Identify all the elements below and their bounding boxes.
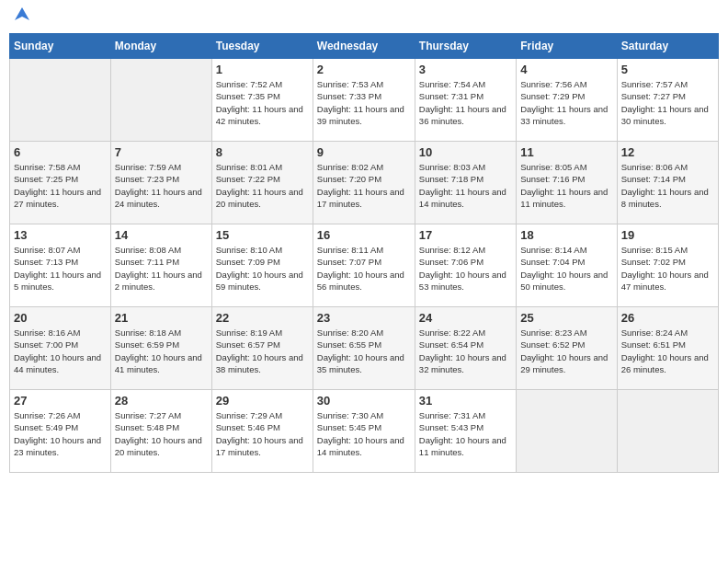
day-number: 16: [317, 228, 411, 242]
weekday-header-sunday: Sunday: [10, 34, 111, 59]
calendar-cell: 29Sunrise: 7:29 AMSunset: 5:46 PMDayligh…: [211, 390, 313, 473]
day-info: Sunrise: 7:52 AMSunset: 7:35 PMDaylight:…: [216, 78, 309, 127]
calendar-cell: 5Sunrise: 7:57 AMSunset: 7:27 PMDaylight…: [617, 59, 718, 142]
day-number: 15: [216, 228, 309, 242]
calendar-cell: 23Sunrise: 8:20 AMSunset: 6:55 PMDayligh…: [313, 307, 415, 390]
day-number: 31: [419, 394, 512, 408]
day-info: Sunrise: 7:54 AMSunset: 7:31 PMDaylight:…: [419, 78, 512, 127]
day-info: Sunrise: 7:53 AMSunset: 7:33 PMDaylight:…: [317, 78, 411, 127]
day-number: 28: [115, 394, 208, 408]
calendar-cell: 30Sunrise: 7:30 AMSunset: 5:45 PMDayligh…: [313, 390, 415, 473]
calendar-cell: 9Sunrise: 8:02 AMSunset: 7:20 PMDaylight…: [313, 142, 415, 224]
calendar-cell: 10Sunrise: 8:03 AMSunset: 7:18 PMDayligh…: [415, 142, 516, 224]
day-number: 12: [621, 145, 714, 159]
calendar-cell: 18Sunrise: 8:14 AMSunset: 7:04 PMDayligh…: [517, 224, 617, 307]
day-info: Sunrise: 7:56 AMSunset: 7:29 PMDaylight:…: [520, 78, 612, 127]
day-number: 9: [317, 145, 411, 159]
day-info: Sunrise: 7:57 AMSunset: 7:27 PMDaylight:…: [621, 78, 714, 127]
day-number: 7: [115, 145, 208, 159]
weekday-header-thursday: Thursday: [415, 34, 516, 59]
day-number: 21: [115, 311, 208, 325]
day-number: 8: [216, 145, 309, 159]
calendar-table: SundayMondayTuesdayWednesdayThursdayFrid…: [9, 33, 719, 473]
calendar-cell: [10, 59, 111, 142]
day-info: Sunrise: 8:08 AMSunset: 7:11 PMDaylight:…: [115, 244, 208, 293]
day-number: 1: [216, 63, 309, 76]
weekday-header-wednesday: Wednesday: [313, 34, 415, 59]
calendar-cell: 13Sunrise: 8:07 AMSunset: 7:13 PMDayligh…: [10, 224, 111, 307]
day-number: 4: [520, 63, 612, 76]
day-info: Sunrise: 8:02 AMSunset: 7:20 PMDaylight:…: [317, 161, 411, 210]
calendar-cell: 31Sunrise: 7:31 AMSunset: 5:43 PMDayligh…: [415, 390, 516, 473]
calendar-cell: 1Sunrise: 7:52 AMSunset: 7:35 PMDaylight…: [211, 59, 313, 142]
day-number: 3: [419, 63, 512, 76]
day-number: 20: [14, 311, 107, 325]
weekday-header-row: SundayMondayTuesdayWednesdayThursdayFrid…: [10, 34, 719, 59]
calendar-cell: 24Sunrise: 8:22 AMSunset: 6:54 PMDayligh…: [415, 307, 516, 390]
calendar-cell: 17Sunrise: 8:12 AMSunset: 7:06 PMDayligh…: [415, 224, 516, 307]
day-info: Sunrise: 8:16 AMSunset: 7:00 PMDaylight:…: [14, 327, 107, 375]
day-info: Sunrise: 8:14 AMSunset: 7:04 PMDaylight:…: [520, 244, 612, 293]
calendar-cell: 3Sunrise: 7:54 AMSunset: 7:31 PMDaylight…: [415, 59, 516, 142]
day-info: Sunrise: 8:12 AMSunset: 7:06 PMDaylight:…: [419, 244, 512, 293]
day-info: Sunrise: 8:01 AMSunset: 7:22 PMDaylight:…: [216, 161, 309, 210]
day-number: 25: [520, 311, 612, 325]
day-number: 23: [317, 311, 411, 325]
calendar-cell: 7Sunrise: 7:59 AMSunset: 7:23 PMDaylight…: [110, 142, 211, 224]
day-number: 27: [14, 394, 107, 408]
calendar-week-row: 1Sunrise: 7:52 AMSunset: 7:35 PMDaylight…: [10, 59, 719, 142]
day-number: 26: [621, 311, 714, 325]
calendar-cell: 16Sunrise: 8:11 AMSunset: 7:07 PMDayligh…: [313, 224, 415, 307]
day-info: Sunrise: 8:23 AMSunset: 6:52 PMDaylight:…: [520, 327, 612, 375]
calendar-cell: 21Sunrise: 8:18 AMSunset: 6:59 PMDayligh…: [110, 307, 211, 390]
calendar-cell: 4Sunrise: 7:56 AMSunset: 7:29 PMDaylight…: [517, 59, 617, 142]
logo: [13, 9, 29, 26]
weekday-header-tuesday: Tuesday: [211, 34, 313, 59]
calendar-cell: 27Sunrise: 7:26 AMSunset: 5:49 PMDayligh…: [10, 390, 111, 473]
day-info: Sunrise: 7:27 AMSunset: 5:48 PMDaylight:…: [115, 409, 208, 458]
day-number: 18: [520, 228, 612, 242]
day-number: 29: [216, 394, 309, 408]
day-info: Sunrise: 8:05 AMSunset: 7:16 PMDaylight:…: [520, 161, 612, 210]
calendar-cell: [517, 390, 617, 473]
day-number: 22: [216, 311, 309, 325]
calendar-cell: 20Sunrise: 8:16 AMSunset: 7:00 PMDayligh…: [10, 307, 111, 390]
day-info: Sunrise: 7:26 AMSunset: 5:49 PMDaylight:…: [14, 409, 107, 458]
calendar-cell: 14Sunrise: 8:08 AMSunset: 7:11 PMDayligh…: [110, 224, 211, 307]
calendar-cell: 2Sunrise: 7:53 AMSunset: 7:33 PMDaylight…: [313, 59, 415, 142]
day-info: Sunrise: 8:19 AMSunset: 6:57 PMDaylight:…: [216, 327, 309, 375]
calendar-week-row: 13Sunrise: 8:07 AMSunset: 7:13 PMDayligh…: [10, 224, 719, 307]
day-info: Sunrise: 7:31 AMSunset: 5:43 PMDaylight:…: [419, 409, 512, 458]
day-number: 11: [520, 145, 612, 159]
calendar-cell: 15Sunrise: 8:10 AMSunset: 7:09 PMDayligh…: [211, 224, 313, 307]
weekday-header-saturday: Saturday: [617, 34, 718, 59]
calendar-cell: [617, 390, 718, 473]
logo-bird-icon: [15, 7, 29, 20]
day-info: Sunrise: 7:30 AMSunset: 5:45 PMDaylight:…: [317, 409, 411, 458]
day-number: 5: [621, 63, 714, 76]
calendar-week-row: 6Sunrise: 7:58 AMSunset: 7:25 PMDaylight…: [10, 142, 719, 224]
calendar-week-row: 27Sunrise: 7:26 AMSunset: 5:49 PMDayligh…: [10, 390, 719, 473]
calendar-cell: 8Sunrise: 8:01 AMSunset: 7:22 PMDaylight…: [211, 142, 313, 224]
calendar-week-row: 20Sunrise: 8:16 AMSunset: 7:00 PMDayligh…: [10, 307, 719, 390]
day-number: 13: [14, 228, 107, 242]
day-number: 19: [621, 228, 714, 242]
weekday-header-friday: Friday: [517, 34, 617, 59]
calendar-cell: 22Sunrise: 8:19 AMSunset: 6:57 PMDayligh…: [211, 307, 313, 390]
calendar-cell: 28Sunrise: 7:27 AMSunset: 5:48 PMDayligh…: [110, 390, 211, 473]
day-number: 14: [115, 228, 208, 242]
day-number: 6: [14, 145, 107, 159]
calendar-cell: 25Sunrise: 8:23 AMSunset: 6:52 PMDayligh…: [517, 307, 617, 390]
day-number: 2: [317, 63, 411, 76]
calendar-cell: 19Sunrise: 8:15 AMSunset: 7:02 PMDayligh…: [617, 224, 718, 307]
day-info: Sunrise: 8:10 AMSunset: 7:09 PMDaylight:…: [216, 244, 309, 293]
day-info: Sunrise: 7:59 AMSunset: 7:23 PMDaylight:…: [115, 161, 208, 210]
svg-marker-0: [15, 7, 29, 20]
calendar-cell: 12Sunrise: 8:06 AMSunset: 7:14 PMDayligh…: [617, 142, 718, 224]
day-info: Sunrise: 7:58 AMSunset: 7:25 PMDaylight:…: [14, 161, 107, 210]
day-number: 30: [317, 394, 411, 408]
day-info: Sunrise: 8:11 AMSunset: 7:07 PMDaylight:…: [317, 244, 411, 293]
day-info: Sunrise: 8:03 AMSunset: 7:18 PMDaylight:…: [419, 161, 512, 210]
calendar-cell: 11Sunrise: 8:05 AMSunset: 7:16 PMDayligh…: [517, 142, 617, 224]
page-header: [9, 9, 719, 26]
